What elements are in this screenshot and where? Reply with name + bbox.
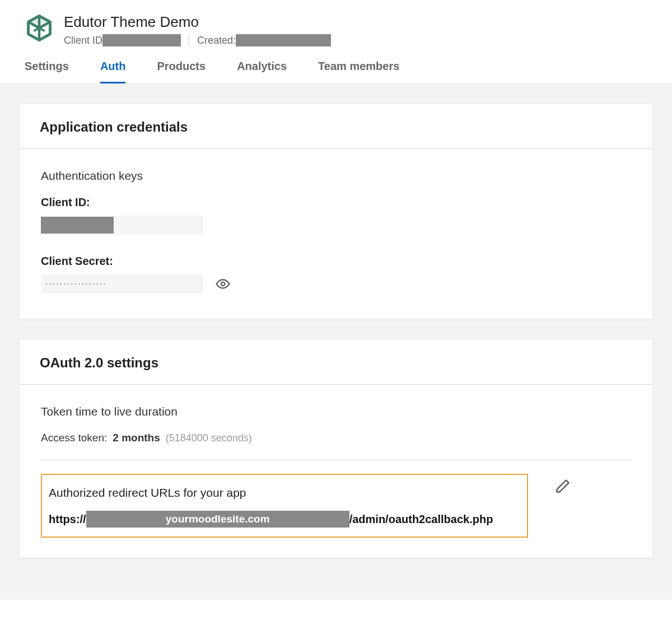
redirect-url-suffix: /admin/oauth2callback.php [349,513,493,526]
created-label: Created: [197,35,236,46]
divider [41,460,631,460]
tab-products[interactable]: Products [157,60,206,83]
client-id-value-redacted [41,217,114,234]
tab-analytics[interactable]: Analytics [237,60,287,83]
oauth-card: OAuth 2.0 settings Token time to live du… [19,339,653,558]
app-title: Edutor Theme Demo [64,13,331,31]
tab-settings[interactable]: Settings [25,60,69,83]
created-redacted [236,34,331,46]
client-secret-field-label: Client Secret: [41,255,631,268]
redirect-url: https:// yourmoodlesite.com /admin/oauth… [49,511,520,528]
edit-redirect-urls-button[interactable] [555,478,571,496]
reveal-secret-button[interactable] [216,277,230,291]
access-token-row: Access token: 2 months (5184000 seconds) [41,432,631,444]
access-token-value: 2 months [113,432,160,444]
tab-bar: Settings Auth Products Analytics Team me… [0,46,672,84]
oauth-title: OAuth 2.0 settings [40,355,632,371]
redirect-urls-highlight: Authorized redirect URLs for your app ht… [41,474,528,538]
svg-point-0 [221,282,225,286]
page-body: Application credentials Authentication k… [0,84,672,600]
pencil-icon [555,478,571,494]
token-ttl-heading: Token time to live duration [41,405,631,418]
access-token-seconds: (5184000 seconds) [166,432,252,444]
client-id-redacted [102,34,181,46]
app-meta: Client ID Created: [64,34,331,46]
credentials-title: Application credentials [40,119,632,135]
eye-icon [216,277,230,291]
client-id-label: Client ID [64,35,102,46]
tab-team-members[interactable]: Team members [318,60,399,83]
meta-divider [189,34,189,46]
redirect-url-prefix: https:// [49,513,86,526]
client-id-value[interactable] [41,216,203,235]
auth-keys-heading: Authentication keys [41,169,631,183]
redirect-urls-heading: Authorized redirect URLs for your app [49,486,520,500]
tab-auth[interactable]: Auth [100,60,126,83]
access-token-label: Access token: [41,432,107,444]
app-header: Edutor Theme Demo Client ID Created: [0,0,672,46]
credentials-card: Application credentials Authentication k… [19,103,653,320]
redirect-url-domain: yourmoodlesite.com [86,511,349,528]
app-logo-icon [25,13,54,43]
client-id-field-label: Client ID: [41,196,631,209]
client-secret-value[interactable]: ················· [41,274,203,293]
